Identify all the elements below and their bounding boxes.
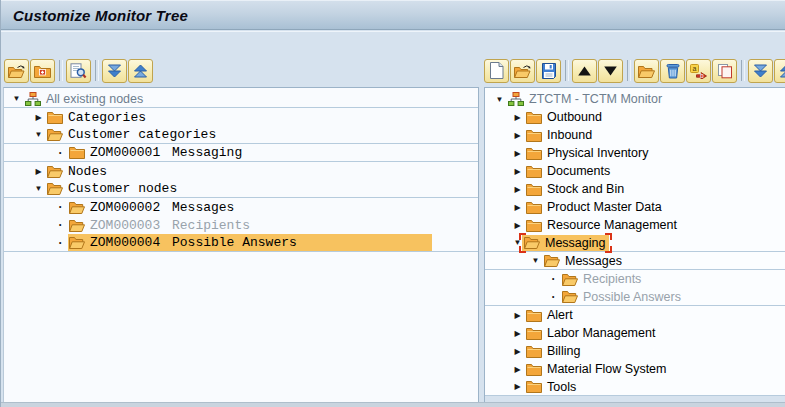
collapse-node-icon[interactable]: ▼ [529, 256, 542, 265]
expand-node-icon[interactable]: ▶ [32, 167, 45, 176]
collapse-all-button[interactable] [774, 59, 785, 83]
folder-icon [638, 64, 655, 78]
collapse-all-button[interactable] [128, 59, 153, 83]
node-label: Messages [565, 254, 622, 268]
folder-closed-icon [526, 165, 542, 178]
tree-row[interactable]: ·ZOM000004Possible Answers [4, 234, 478, 252]
tree-row[interactable]: ▶Physical Inventory [485, 144, 785, 162]
move-up-button[interactable] [572, 59, 597, 83]
tree-row[interactable]: ▼ZTCTM - TCTM Monitor [485, 90, 785, 108]
tree-row[interactable]: ·ZOM000002Messages [4, 198, 478, 216]
monitor-tree: ▼ZTCTM - TCTM Monitor▶Outbound▶Inbound▶P… [484, 87, 785, 403]
tree-row[interactable]: ▼Messaging [485, 234, 785, 252]
node-label: Documents [547, 164, 610, 178]
find-icon [70, 63, 87, 79]
page-title: Customize Monitor Tree [1, 1, 785, 24]
node-label: Resource Management [547, 218, 677, 232]
node-label: Recipients [583, 272, 641, 286]
drop-target-node[interactable]: Messaging [522, 235, 609, 251]
find-button[interactable] [66, 59, 91, 83]
node-label: Billing [547, 344, 580, 358]
expand-node-icon[interactable]: ▶ [511, 311, 524, 320]
folder-button[interactable] [634, 59, 659, 83]
tree-row[interactable]: ▼All existing nodes [4, 90, 478, 108]
expand-node-icon[interactable]: ▶ [511, 382, 524, 391]
tree-row[interactable]: ▶Resource Management [485, 216, 785, 234]
collapse-node-icon[interactable]: ▼ [32, 130, 45, 139]
hierarchy-icon [25, 92, 41, 106]
expand-node-icon[interactable]: ▶ [511, 113, 524, 122]
tree-row[interactable]: ·Recipients [485, 270, 785, 288]
move-down-button[interactable] [598, 59, 623, 83]
collapse-all-icon [133, 63, 148, 79]
expand-all-button[interactable] [748, 59, 773, 83]
node-label: ZOM000002 [90, 200, 160, 215]
expand-all-button[interactable] [102, 59, 127, 83]
expand-node-icon[interactable]: ▶ [511, 329, 524, 338]
node-label: Customer nodes [68, 181, 177, 196]
folder-closed-icon [526, 147, 542, 160]
tree-row[interactable]: ▶Inbound [485, 126, 785, 144]
collapse-node-icon[interactable]: ▼ [32, 184, 45, 193]
expand-node-icon[interactable]: ▶ [511, 365, 524, 374]
save-icon [541, 63, 557, 79]
drop-marker-corner [605, 246, 612, 253]
expand-node-icon[interactable]: ▶ [511, 221, 524, 230]
save-button[interactable] [536, 59, 561, 83]
node-label: ZOM000001 [90, 145, 160, 160]
node-label: Stock and Bin [547, 182, 624, 196]
tree-row[interactable]: ▼Messages [485, 252, 785, 270]
collapse-node-icon[interactable]: ▼ [10, 94, 23, 103]
folder-closed-icon [526, 363, 542, 376]
new-button[interactable] [484, 59, 509, 83]
bullet-icon: · [54, 203, 67, 211]
tree-row[interactable]: ▶Categories [4, 108, 478, 126]
expand-node-icon[interactable]: ▶ [511, 347, 524, 356]
tree-row[interactable]: ·Possible Answers [485, 288, 785, 306]
copy-icon [717, 63, 733, 79]
add-folder-button[interactable] [30, 59, 55, 83]
tree-row[interactable]: ▶Billing [485, 342, 785, 360]
tree-row[interactable]: ▶Nodes [4, 162, 478, 180]
expand-node-icon[interactable]: ▶ [511, 149, 524, 158]
expand-node-icon[interactable]: ▶ [511, 185, 524, 194]
tree-row[interactable]: ▶Outbound [485, 108, 785, 126]
tree-row[interactable]: ▶Tools [485, 378, 785, 396]
node-label: Labor Management [547, 326, 655, 340]
folder-open-icon [47, 165, 63, 178]
delete-button[interactable] [660, 59, 685, 83]
node-label: Physical Inventory [547, 146, 648, 160]
tree-row[interactable]: ▶Stock and Bin [485, 180, 785, 198]
copy-button[interactable] [712, 59, 737, 83]
tree-row[interactable]: ▼Customer categories [4, 126, 478, 144]
collapse-node-icon[interactable]: ▼ [493, 95, 506, 104]
hierarchy-icon [508, 92, 524, 106]
node-label: Possible Answers [583, 290, 681, 304]
node-label: Customer categories [68, 127, 216, 142]
node-label: ZTCTM - TCTM Monitor [529, 92, 662, 106]
bullet-icon: · [547, 293, 560, 301]
tree-row[interactable]: ▼Customer nodes [4, 180, 478, 198]
tree-row[interactable]: ·ZOM000001Messaging [4, 144, 478, 162]
expand-node-icon[interactable]: ▶ [511, 131, 524, 140]
tree-row[interactable]: ▶Alert [485, 306, 785, 324]
title-separator [1, 31, 785, 32]
tree-row[interactable]: ▶Product Master Data [485, 198, 785, 216]
tree-row[interactable]: ·ZOM000003Recipients [4, 216, 478, 234]
node-description: Messages [172, 200, 234, 215]
expand-node-icon[interactable]: ▶ [32, 113, 45, 122]
folder-closed-icon [47, 111, 63, 124]
translate-icon: ab [690, 63, 707, 79]
all-existing-nodes-tree: ▼All existing nodes▶Categories▼Customer … [3, 87, 479, 403]
translate-button[interactable]: ab [686, 59, 711, 83]
expand-all-icon [753, 63, 768, 79]
open-folder-arrow-button[interactable] [4, 59, 29, 83]
expand-node-icon[interactable]: ▶ [511, 203, 524, 212]
toolbar-separator [95, 60, 99, 81]
tree-row[interactable]: ▶Material Flow System [485, 360, 785, 378]
open-folder-arrow-button[interactable] [510, 59, 535, 83]
expand-node-icon[interactable]: ▶ [511, 167, 524, 176]
tree-row[interactable]: ▶Documents [485, 162, 785, 180]
tree-row[interactable]: ▶Labor Management [485, 324, 785, 342]
folder-open-icon [524, 236, 540, 249]
